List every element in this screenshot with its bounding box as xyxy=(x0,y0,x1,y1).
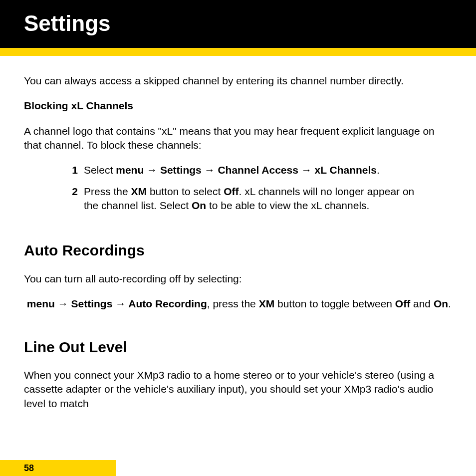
blocking-desc: A channel logo that contains "xL" means … xyxy=(24,124,452,153)
lineout-heading: Line Out Level xyxy=(24,337,452,358)
accent-band xyxy=(0,48,476,56)
step-number: 1 xyxy=(64,163,78,177)
page-footer: 58 xyxy=(0,460,116,476)
step-number: 2 xyxy=(64,185,78,213)
document-page: Settings You can always access a skipped… xyxy=(0,0,476,476)
page-number: 58 xyxy=(24,463,34,474)
autorec-heading: Auto Recordings xyxy=(24,240,452,261)
autorec-path: menu → Settings → Auto Recording, press … xyxy=(24,297,452,311)
lineout-p1: When you connect your XMp3 radio to a ho… xyxy=(24,368,452,411)
page-title: Settings xyxy=(24,11,476,36)
autorec-p1: You can turn all auto-recording off by s… xyxy=(24,272,452,286)
step-1: 1 Select menu → Settings → Channel Acces… xyxy=(64,163,423,177)
blocking-heading: Blocking xL Channels xyxy=(24,99,452,113)
header-band: Settings xyxy=(0,0,476,48)
step-2: 2 Press the XM button to select Off. xL … xyxy=(64,185,423,213)
step-text: Press the XM button to select Off. xL ch… xyxy=(84,185,423,213)
step-text: Select menu → Settings → Channel Access … xyxy=(84,163,423,177)
blocking-steps: 1 Select menu → Settings → Channel Acces… xyxy=(64,163,452,213)
intro-text: You can always access a skipped channel … xyxy=(24,74,452,88)
content-area: You can always access a skipped channel … xyxy=(0,56,476,476)
